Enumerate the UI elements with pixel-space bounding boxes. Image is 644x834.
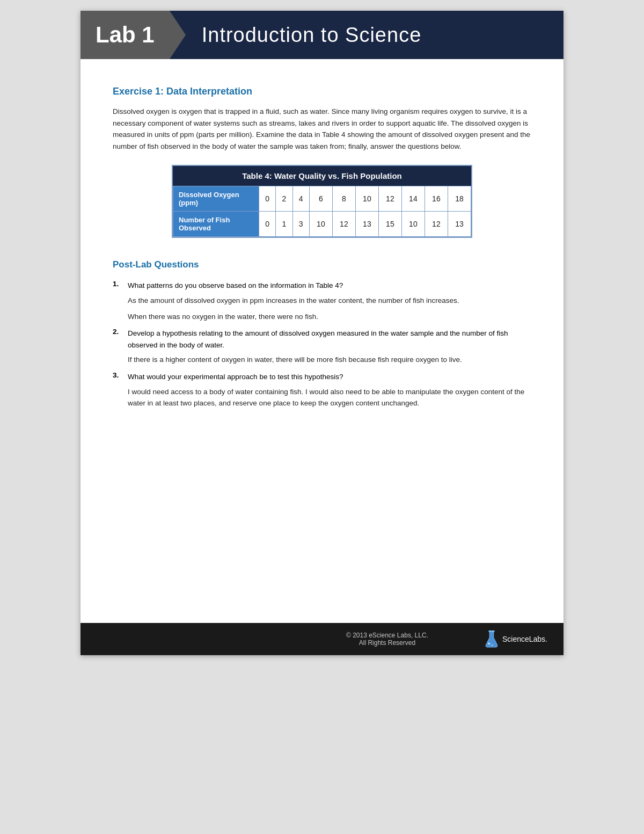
page: Lab 1 Introduction to Science Exercise 1… [80,11,564,655]
q2-answer-1: If there is a higher content of oxygen i… [128,354,531,366]
svg-point-1 [488,643,490,645]
copyright-line2: All Rights Reserved [290,639,484,647]
fish-val-15: 15 [378,212,401,237]
fish-val-13b: 13 [448,212,471,237]
copyright-line1: © 2013 eScience Labs, LLC. [290,632,484,639]
fish-val-10b: 10 [401,212,425,237]
footer-copyright: © 2013 eScience Labs, LLC. All Rights Re… [290,632,484,647]
page-footer: © 2013 eScience Labs, LLC. All Rights Re… [80,623,564,655]
footer-logo-text: ScienceLabs. [502,635,547,643]
questions-container: 1. What patterns do you observe based on… [113,280,531,409]
do-val-6: 6 [309,186,332,212]
do-val-2: 2 [276,186,292,212]
do-val-18: 18 [448,186,471,212]
svg-rect-0 [488,630,494,632]
q1-text: What patterns do you observe based on th… [128,280,343,292]
do-val-12: 12 [378,186,401,212]
table-row-dissolved-oxygen: Dissolved Oxygen (ppm) 0 2 4 6 8 10 12 1… [173,186,471,212]
question-1-row: 1. What patterns do you observe based on… [113,280,531,292]
fish-val-12: 12 [332,212,355,237]
do-val-0: 0 [259,186,276,212]
footer-logo: ScienceLabs. [484,630,547,648]
postlab-heading: Post-Lab Questions [113,259,531,270]
do-val-16: 16 [425,186,448,212]
fish-val-13a: 13 [355,212,378,237]
header-arrow-decoration [170,11,186,59]
q3-number: 3. [113,371,123,383]
exercise-body-text: Dissolved oxygen is oxygen that is trapp… [113,106,531,152]
question-3-row: 3. What would your experimental approach… [113,371,531,383]
q3-text: What would your experimental approach be… [128,371,343,383]
do-val-4: 4 [292,186,309,212]
do-val-14: 14 [401,186,425,212]
q2-number: 2. [113,328,123,351]
do-val-8: 8 [332,186,355,212]
page-header: Lab 1 Introduction to Science [80,11,564,59]
row2-header: Number of Fish Observed [173,212,259,237]
exercise-heading: Exercise 1: Data Interpretation [113,86,531,97]
lab-number: Lab 1 [96,22,155,48]
flask-icon [484,630,499,648]
data-table: Dissolved Oxygen (ppm) 0 2 4 6 8 10 12 1… [173,186,471,237]
fish-val-10a: 10 [309,212,332,237]
question-2-row: 2. Develop a hypothesis relating to the … [113,328,531,351]
lab-title: Introduction to Science [186,24,422,47]
q3-answer-1: I would need access to a body of water c… [128,386,531,409]
fish-val-12b: 12 [425,212,448,237]
q1-answer-1: As the amount of dissolved oxygen in ppm… [128,295,531,307]
fish-val-0: 0 [259,212,276,237]
table-row-fish-observed: Number of Fish Observed 0 1 3 10 12 13 1… [173,212,471,237]
table-title: Table 4: Water Quality vs. Fish Populati… [173,166,471,186]
fish-val-3: 3 [292,212,309,237]
q2-text: Develop a hypothesis relating to the amo… [128,328,531,351]
data-table-container: Table 4: Water Quality vs. Fish Populati… [172,165,472,238]
do-val-10: 10 [355,186,378,212]
q1-number: 1. [113,280,123,292]
fish-val-1: 1 [276,212,292,237]
main-content: Exercise 1: Data Interpretation Dissolve… [80,59,564,623]
svg-point-2 [491,644,493,646]
q1-answer-2: When there was no oxygen in the water, t… [128,311,531,323]
lab-number-box: Lab 1 [80,11,170,59]
row1-header: Dissolved Oxygen (ppm) [173,186,259,212]
